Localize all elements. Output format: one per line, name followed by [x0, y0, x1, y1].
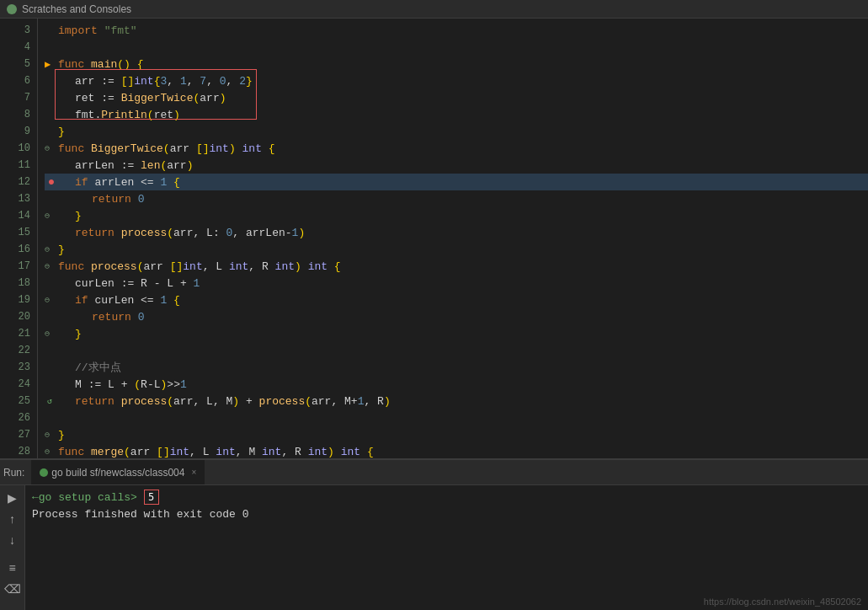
code-line-24: M := L + (R-L)>>1	[45, 376, 868, 393]
top-bar: Scratches and Consoles	[0, 0, 868, 19]
code-line-20: return 0	[45, 308, 868, 325]
terminal-line-1: ← go setup calls> 5	[32, 489, 861, 506]
code-line-7: ret := BiggerTwice(arr)	[45, 89, 868, 106]
code-line-12: ● if arrLen <= 1 {	[45, 174, 868, 190]
code-line-19: ⊖ if curLen <= 1 {	[45, 292, 868, 308]
scroll-down-button[interactable]: ↓	[3, 531, 22, 549]
code-line-27: ⊖ }	[45, 426, 868, 443]
run-tab-icon	[40, 468, 48, 477]
code-line-6: arr := []int{3, 1, 7, 0, 2}	[45, 72, 868, 89]
code-line-13: return 0	[45, 190, 868, 207]
bottom-panel: Run: go build sf/newclass/class004 × ▶ ↑…	[0, 458, 868, 610]
code-editor[interactable]: 3 4 5 6 7 8 9 10 11 12 13 14 15 16 17 18…	[0, 19, 868, 458]
code-line-14: ⊖ }	[45, 207, 868, 224]
run-label: Run:	[3, 467, 24, 479]
clear-button[interactable]: ⌫	[3, 580, 22, 598]
code-line-18: curLen := R - L + 1	[45, 275, 868, 292]
code-line-3: import "fmt"	[45, 22, 868, 39]
code-content[interactable]: import "fmt" ▶ func main() { arr := []in…	[38, 19, 868, 458]
terminal-content[interactable]: ← go setup calls> 5 Process finished wit…	[25, 485, 868, 610]
code-line-23: //求中点	[45, 359, 868, 376]
run-tab[interactable]: go build sf/newclass/class004 ×	[31, 460, 205, 484]
process-finished: Process finished with exit code 0	[32, 508, 248, 521]
code-line-15: return process(arr, L: 0, arrLen-1)	[45, 224, 868, 241]
code-line-26	[45, 409, 868, 426]
code-line-9: }	[45, 123, 868, 140]
line-numbers: 3 4 5 6 7 8 9 10 11 12 13 14 15 16 17 18…	[0, 19, 38, 458]
run-tabs: Run: go build sf/newclass/class004 ×	[0, 460, 868, 485]
scratch-icon	[7, 4, 17, 14]
editor-area: 3 4 5 6 7 8 9 10 11 12 13 14 15 16 17 18…	[0, 19, 868, 610]
code-line-25: ↺ return process(arr, L, M) + process(ar…	[45, 393, 868, 409]
code-line-16: ⊖ }	[45, 241, 868, 258]
run-tab-close[interactable]: ×	[191, 468, 196, 477]
terminal-controls: ▶ ↑ ↓ ≡ ⌫	[0, 485, 25, 610]
code-line-10: ⊖ func BiggerTwice(arr []int) int {	[45, 140, 868, 157]
code-line-17: ⊖ func process(arr []int, L int, R int) …	[45, 258, 868, 275]
code-line-28: ⊖ func merge(arr []int, L int, M int, R …	[45, 443, 868, 458]
top-bar-title: Scratches and Consoles	[22, 3, 131, 15]
wrap-button[interactable]: ≡	[3, 559, 22, 577]
code-line-22	[45, 342, 868, 359]
main-layout: 3 4 5 6 7 8 9 10 11 12 13 14 15 16 17 18…	[0, 19, 868, 610]
run-tab-label: go build sf/newclass/class004	[51, 467, 184, 479]
output-badge: 5	[144, 490, 159, 505]
scroll-up-button[interactable]: ↑	[3, 510, 22, 528]
code-line-21: ⊖ }	[45, 325, 868, 342]
run-button[interactable]: ▶	[3, 489, 22, 507]
terminal-line-2: Process finished with exit code 0	[32, 506, 861, 522]
terminal-area: ▶ ↑ ↓ ≡ ⌫ ← go setup calls> 5 Process	[0, 485, 868, 610]
watermark: https://blog.csdn.net/weixin_48502062	[704, 597, 861, 607]
code-line-8: fmt.Println(ret)	[45, 106, 868, 123]
code-line-4	[45, 39, 868, 56]
code-line-5: ▶ func main() {	[45, 56, 868, 72]
code-line-11: arrLen := len(arr)	[45, 157, 868, 174]
